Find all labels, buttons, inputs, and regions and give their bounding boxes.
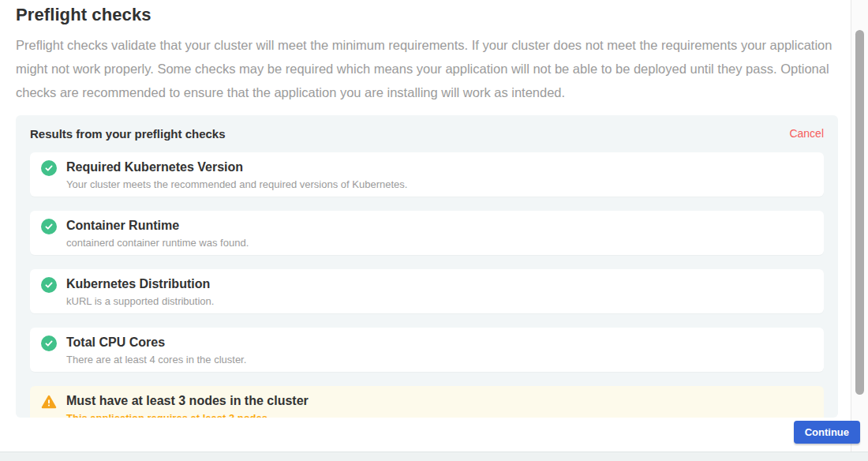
check-card-container-runtime: Container Runtime containerd container r… [30,211,824,255]
bottom-section-divider [0,452,868,461]
results-panel-header: Results from your preflight checks Cance… [30,125,824,142]
check-title: Total CPU Cores [66,335,246,350]
check-message: Your cluster meets the recommended and r… [66,178,407,191]
vertical-scrollbar-track[interactable] [851,0,868,452]
check-circle-icon [41,160,57,176]
check-message: containerd container runtime was found. [66,237,249,249]
page-description: Preflight checks validate that your clus… [16,33,843,104]
check-message: This application requires at least 3 nod… [66,412,309,418]
check-card-node-count-warning: Must have at least 3 nodes in the cluste… [30,386,824,418]
warning-triangle-icon [41,394,57,410]
results-panel-title: Results from your preflight checks [30,127,226,141]
cancel-link[interactable]: Cancel [789,127,824,140]
results-panel: Results from your preflight checks Cance… [16,115,838,418]
check-circle-icon [41,335,57,351]
continue-button[interactable]: Continue [794,421,860,444]
check-card-total-cpu-cores: Total CPU Cores There are at least 4 cor… [30,328,824,372]
check-title: Required Kubernetes Version [66,159,407,175]
preflight-page: Preflight checks Preflight checks valida… [0,5,851,418]
check-title: Kubernetes Distribution [66,276,214,292]
page-title: Preflight checks [16,5,835,25]
check-title: Must have at least 3 nodes in the cluste… [66,393,309,409]
footer: Continue [0,421,868,452]
check-results-list: Required Kubernetes Version Your cluster… [30,152,824,418]
check-card-kubernetes-distribution: Kubernetes Distribution kURL is a suppor… [30,269,824,313]
check-title: Container Runtime [66,218,249,234]
check-circle-icon [41,219,57,234]
check-message: kURL is a supported distribution. [66,295,214,308]
check-message: There are at least 4 cores in the cluste… [66,354,246,366]
check-circle-icon [41,277,57,293]
check-card-required-kubernetes-version: Required Kubernetes Version Your cluster… [30,152,824,197]
vertical-scrollbar-thumb[interactable] [855,30,864,395]
